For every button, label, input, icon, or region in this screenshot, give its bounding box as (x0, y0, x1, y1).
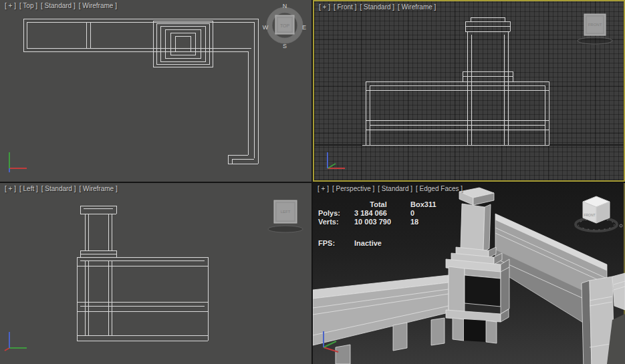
viewport-menu-general[interactable]: [ + ] (5, 185, 16, 192)
viewcube-face-label[interactable]: LEFT (281, 210, 291, 214)
stats-verts-object: 18 (408, 218, 443, 226)
viewport-menu-general[interactable]: [ + ] (318, 185, 329, 192)
stats-polys-label: Polys: (318, 209, 349, 217)
viewport-perspective-label: [ + ] [ Perspective ] [ Standard ] [ Edg… (318, 185, 463, 192)
right-counter-geometry (495, 214, 625, 364)
max-viewport-area: [ + ] [ Top ] [ Standard ] [ Wireframe ] (0, 0, 625, 364)
top-view-wireframe: N E S W TOP (0, 0, 311, 182)
viewport-menu-general[interactable]: [ + ] (5, 2, 16, 9)
viewport-menu-renderer[interactable]: [ Standard ] (41, 2, 76, 9)
stats-polys-object: 0 (408, 209, 443, 217)
viewport-menu-renderer[interactable]: [ Standard ] (360, 3, 394, 11)
stats-col-total: Total (349, 200, 408, 208)
viewport-left[interactable]: [ + ] [ Left ] [ Standard ] [ Wireframe … (0, 183, 311, 364)
front-view-wireframe: FRONT (314, 1, 624, 180)
viewport-menu-renderer[interactable]: [ Standard ] (378, 185, 412, 192)
axis-gizmo (5, 332, 27, 351)
viewport-perspective[interactable]: [ + ] [ Perspective ] [ Standard ] [ Edg… (313, 183, 625, 364)
viewcube[interactable]: LEFT (268, 200, 303, 232)
viewport-menu-pov[interactable]: [ Front ] (334, 3, 356, 11)
viewport-menu-pov[interactable]: [ Perspective ] (332, 185, 374, 192)
viewcube[interactable]: FRONT (578, 14, 612, 44)
fireplace-chimney-geometry (446, 188, 509, 343)
compass-west[interactable]: W (263, 24, 269, 31)
top-view-model-edges (23, 19, 258, 164)
viewcube[interactable]: N E S W TOP (263, 3, 306, 49)
compass-south[interactable]: S (283, 43, 287, 49)
viewport-front-label: [ + ] [ Front ] [ Standard ] [ Wireframe… (319, 3, 436, 11)
viewport-menu-renderer[interactable]: [ Standard ] (41, 185, 76, 192)
axis-x (5, 348, 9, 351)
viewport-menu-general[interactable]: [ + ] (319, 3, 330, 11)
viewport-front[interactable]: [ + ] [ Front ] [ Standard ] [ Wireframe… (313, 0, 625, 182)
axis-gizmo (328, 152, 345, 168)
stats-verts-label: Verts: (318, 218, 349, 226)
viewport-menu-pov[interactable]: [ Top ] (19, 2, 37, 9)
viewport-menu-pov[interactable]: [ Left ] (19, 185, 38, 192)
viewcube-face-label[interactable]: FRONT (584, 213, 595, 217)
stats-col-spacer (318, 200, 349, 208)
viewport-menu-shading[interactable]: [ Wireframe ] (79, 185, 117, 192)
stats-col-object: Box311 (408, 200, 443, 208)
axis-y (328, 164, 336, 168)
stats-polys-total: 3 184 066 (349, 209, 408, 217)
fps-readout: FPS: Inactive (318, 239, 429, 247)
viewport-left-label: [ + ] [ Left ] [ Standard ] [ Wireframe … (5, 185, 118, 192)
stats-verts-total: 10 003 790 (349, 218, 408, 226)
left-view-model-edges (77, 206, 208, 341)
viewport-menu-shading[interactable]: [ Edged Faces ] (416, 185, 463, 192)
fps-label: FPS: (318, 239, 349, 247)
left-view-wireframe: LEFT (0, 183, 311, 364)
viewport-menu-shading[interactable]: [ Wireframe ] (398, 3, 436, 11)
viewcube[interactable]: FRONT (576, 196, 622, 231)
viewcube-face-label[interactable]: TOP (280, 23, 290, 28)
viewport-top-label: [ + ] [ Top ] [ Standard ] [ Wireframe ] (5, 2, 117, 9)
viewcube-face-label[interactable]: FRONT (588, 23, 602, 27)
compass-east[interactable]: E (302, 24, 306, 31)
viewport-menu-shading[interactable]: [ Wireframe ] (79, 2, 117, 9)
compass-north[interactable]: N (283, 3, 287, 9)
viewport-top[interactable]: [ + ] [ Top ] [ Standard ] [ Wireframe ] (0, 0, 311, 182)
viewport-statistics: Total Box311 Polys: 3 184 066 0 Verts: 1… (318, 200, 443, 226)
viewcube-roll-indicator[interactable] (620, 224, 622, 227)
fps-value: Inactive (349, 239, 429, 247)
axis-gizmo (9, 152, 27, 172)
front-view-model-edges (362, 17, 549, 145)
